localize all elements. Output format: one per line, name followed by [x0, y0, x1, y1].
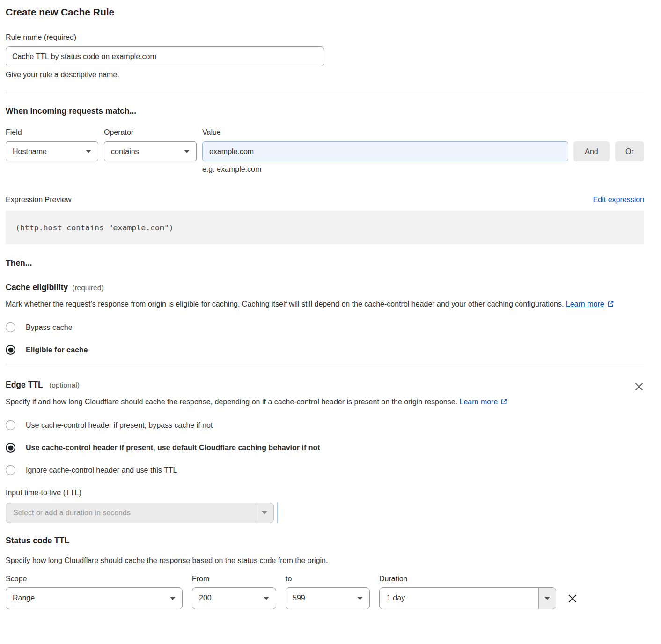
from-select-value: 200 [199, 594, 212, 602]
value-label: Value [202, 128, 568, 137]
cache-eligibility-title: Cache eligibility [6, 283, 68, 293]
rule-name-section: Rule name (required) Give your rule a de… [6, 33, 644, 79]
rule-name-label: Rule name (required) [6, 33, 644, 42]
status-code-ttl-description: Specify how long Cloudflare should cache… [6, 554, 644, 567]
radio-row-cc-default: Use cache-control header if present, use… [6, 443, 644, 453]
edge-ttl-close-icon[interactable] [634, 381, 644, 392]
cache-eligibility-header: Cache eligibility (required) [6, 283, 644, 293]
and-button[interactable]: And [573, 141, 610, 161]
operator-label: Operator [104, 128, 197, 137]
bypass-cache-radio[interactable] [6, 322, 15, 332]
edge-ttl-options: Use cache-control header if present, byp… [6, 420, 644, 475]
chevron-down-icon [538, 588, 556, 609]
match-heading: When incoming requests match... [6, 106, 644, 116]
section-divider [6, 365, 644, 365]
operator-select-value: contains [111, 147, 139, 156]
value-input[interactable] [202, 141, 568, 161]
cc-header-ignore-radio[interactable] [6, 465, 15, 475]
edge-ttl-optional-tag: (optional) [49, 381, 80, 389]
cache-eligibility-description: Mark whether the request’s response from… [6, 298, 644, 312]
duration-select[interactable]: 1 day [379, 587, 556, 609]
delete-status-row-icon[interactable] [567, 593, 578, 604]
expression-code-block: (http.host contains "example.com") [6, 211, 644, 244]
expression-preview-header: Expression Preview Edit expression [6, 196, 644, 204]
scope-select-value: Range [13, 594, 35, 602]
section-divider [6, 93, 644, 93]
cc-header-bypass-radio[interactable] [6, 420, 15, 430]
edge-ttl-learn-more-link[interactable]: Learn more [460, 398, 498, 406]
chevron-down-icon [255, 503, 273, 523]
chevron-down-icon [86, 150, 91, 153]
edge-ttl-description: Specify if and how long Cloudflare shoul… [6, 395, 523, 410]
from-select[interactable]: 200 [192, 587, 276, 609]
value-hint: e.g. example.com [202, 165, 568, 174]
status-code-ttl-row: Scope Range From 200 to 599 Duration 1 d… [6, 575, 644, 609]
to-select[interactable]: 599 [286, 587, 370, 609]
cache-eligibility-learn-more-link[interactable]: Learn more [566, 300, 604, 308]
radio-row-cc-bypass: Use cache-control header if present, byp… [6, 420, 644, 430]
field-label: Field [6, 128, 98, 137]
external-link-icon [607, 299, 614, 312]
edge-ttl-title: Edge TTL [6, 380, 43, 389]
ttl-select-row: Select or add a duration in seconds [6, 502, 644, 523]
rule-name-input[interactable] [6, 46, 324, 66]
ttl-duration-select[interactable]: Select or add a duration in seconds [6, 503, 274, 523]
then-heading: Then... [6, 258, 644, 268]
ttl-input-label: Input time-to-live (TTL) [6, 489, 644, 497]
page-title: Create new Cache Rule [6, 7, 644, 18]
bypass-cache-label: Bypass cache [26, 323, 73, 332]
radio-row-bypass-cache: Bypass cache [6, 322, 644, 332]
to-label: to [286, 575, 370, 583]
radio-row-eligible-for-cache: Eligible for cache [6, 345, 644, 355]
radio-row-cc-ignore: Ignore cache-control header and use this… [6, 465, 644, 475]
status-code-ttl-title: Status code TTL [6, 536, 644, 546]
text-cursor [277, 502, 278, 523]
scope-select[interactable]: Range [6, 587, 183, 609]
cc-header-default-radio[interactable] [6, 443, 15, 453]
create-cache-rule-form: Create new Cache Rule Rule name (require… [0, 0, 661, 609]
cc-header-bypass-label: Use cache-control header if present, byp… [26, 421, 213, 430]
duration-label: Duration [379, 575, 556, 583]
expression-preview-label: Expression Preview [6, 196, 72, 204]
ttl-duration-placeholder: Select or add a duration in seconds [6, 503, 255, 523]
scope-label: Scope [6, 575, 183, 583]
edge-ttl-header: Edge TTL (optional) [6, 380, 644, 392]
eligible-for-cache-label: Eligible for cache [26, 346, 88, 354]
duration-select-value: 1 day [380, 588, 538, 609]
chevron-down-icon [264, 597, 269, 600]
field-select[interactable]: Hostname [6, 141, 98, 161]
match-expression-row: Field Hostname Operator contains Value e… [6, 128, 644, 174]
or-button[interactable]: Or [615, 141, 644, 161]
from-label: From [192, 575, 276, 583]
chevron-down-icon [170, 597, 176, 600]
cache-eligibility-required-tag: (required) [72, 284, 103, 292]
cc-header-default-label: Use cache-control header if present, use… [26, 444, 320, 452]
to-select-value: 599 [293, 594, 305, 602]
eligible-for-cache-radio[interactable] [6, 345, 15, 355]
expression-code: (http.host contains "example.com") [15, 223, 174, 232]
rule-name-helper: Give your rule a descriptive name. [6, 71, 644, 79]
chevron-down-icon [184, 150, 190, 153]
cache-eligibility-options: Bypass cache Eligible for cache [6, 322, 644, 355]
cc-header-ignore-label: Ignore cache-control header and use this… [26, 466, 177, 475]
external-link-icon [500, 396, 507, 410]
chevron-down-icon [357, 597, 363, 600]
edit-expression-link[interactable]: Edit expression [593, 196, 644, 204]
operator-select[interactable]: contains [104, 141, 197, 161]
field-select-value: Hostname [13, 147, 47, 156]
